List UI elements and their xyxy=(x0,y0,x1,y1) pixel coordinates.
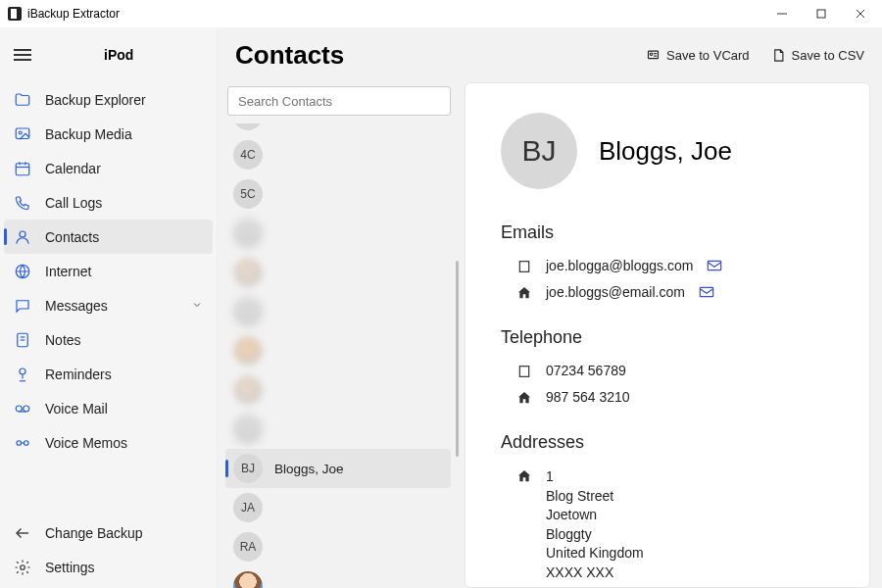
list-item[interactable]: 4C xyxy=(225,135,451,174)
sidebar-item-change-backup[interactable]: Change Backup xyxy=(0,515,217,550)
address-row: 1 Blog Street Joetown Bloggty United Kin… xyxy=(501,463,834,588)
list-item[interactable]: JA xyxy=(225,488,451,527)
sidebar-item-settings[interactable]: Settings xyxy=(0,550,217,584)
avatar-initials: BJ xyxy=(233,454,263,483)
sidebar-item-voice-memos[interactable]: Voice Memos xyxy=(0,425,217,460)
phone-row: 987 564 3210 xyxy=(501,384,834,411)
device-name: iPod xyxy=(104,47,133,63)
addresses-heading: Addresses xyxy=(501,432,834,453)
nav-label: Notes xyxy=(45,332,81,348)
svg-point-19 xyxy=(17,440,22,445)
svg-rect-6 xyxy=(16,163,29,174)
phone-icon xyxy=(14,194,31,212)
mail-icon[interactable] xyxy=(707,259,722,272)
nav-label: Messages xyxy=(45,298,108,314)
building-icon xyxy=(516,364,532,379)
sidebar-item-backup-explorer[interactable]: Backup Explorer xyxy=(0,82,217,117)
save-csv-button[interactable]: Save to CSV xyxy=(771,48,864,63)
globe-icon xyxy=(14,263,31,280)
svg-rect-27 xyxy=(519,262,528,272)
svg-rect-1 xyxy=(817,10,825,18)
contact-avatar: BJ xyxy=(501,113,577,189)
hamburger-icon[interactable] xyxy=(14,49,31,61)
avatar xyxy=(233,258,263,287)
list-item[interactable] xyxy=(225,214,451,253)
window-titlebar: iBackup Extractor xyxy=(0,0,882,27)
close-button[interactable] xyxy=(841,0,880,27)
search-input[interactable] xyxy=(227,86,451,116)
list-item[interactable] xyxy=(225,410,451,449)
list-item[interactable] xyxy=(225,566,451,588)
sidebar-item-voice-mail[interactable]: Voice Mail xyxy=(0,391,217,425)
address-line: 1 xyxy=(546,467,644,487)
home-icon xyxy=(516,468,532,484)
contact-detail-panel: BJ Bloggs, Joe Emails joe.blogga@bloggs.… xyxy=(461,82,882,588)
svg-point-5 xyxy=(19,131,22,134)
svg-rect-33 xyxy=(700,287,712,296)
sidebar-item-notes[interactable]: Notes xyxy=(0,322,217,357)
sidebar-item-calendar[interactable]: Calendar xyxy=(0,151,217,185)
csv-icon xyxy=(771,48,786,63)
action-label: Save to VCard xyxy=(666,48,750,63)
avatar-initials: JC xyxy=(233,123,263,130)
building-icon xyxy=(516,259,532,274)
sidebar-item-reminders[interactable]: Reminders xyxy=(0,357,217,391)
svg-rect-34 xyxy=(519,367,528,377)
gear-icon xyxy=(14,559,31,576)
image-icon xyxy=(14,125,31,143)
list-item[interactable]: 5C xyxy=(225,174,451,214)
sidebar-item-internet[interactable]: Internet xyxy=(0,254,217,288)
svg-point-22 xyxy=(21,564,25,569)
svg-point-17 xyxy=(24,406,29,412)
contact-name: Bloggs, Joe xyxy=(599,136,732,167)
contact-list-name: Bloggs, Joe xyxy=(274,462,344,476)
nav-label: Voice Memos xyxy=(45,435,127,451)
folder-icon xyxy=(14,91,31,109)
sidebar-item-contacts[interactable]: Contacts xyxy=(4,220,213,254)
avatar-initials: RA xyxy=(233,532,263,562)
svg-point-16 xyxy=(16,406,22,412)
emails-heading: Emails xyxy=(501,222,834,243)
nav-label: Calendar xyxy=(45,161,101,176)
message-icon xyxy=(14,297,31,315)
save-vcard-button[interactable]: Save to VCard xyxy=(646,48,750,63)
svg-point-20 xyxy=(24,440,29,445)
avatar xyxy=(233,415,263,444)
sidebar-item-backup-media[interactable]: Backup Media xyxy=(0,117,217,151)
nav-label: Backup Explorer xyxy=(45,92,146,108)
phone-row: 07234 56789 xyxy=(501,358,834,384)
vcard-icon xyxy=(646,48,661,63)
list-item[interactable]: JC xyxy=(225,123,451,135)
scrollbar[interactable] xyxy=(456,261,459,457)
sidebar-item-call-logs[interactable]: Call Logs xyxy=(0,185,217,220)
back-arrow-icon xyxy=(14,524,31,542)
nav-label: Contacts xyxy=(45,229,99,245)
nav-label: Internet xyxy=(45,264,91,279)
avatar xyxy=(233,571,263,588)
reminders-icon xyxy=(14,366,31,383)
address-line: Blog Street xyxy=(546,487,644,507)
app-title: iBackup Extractor xyxy=(27,7,120,21)
list-item-selected[interactable]: BJ Bloggs, Joe xyxy=(225,449,451,488)
maximize-button[interactable] xyxy=(802,0,841,27)
notes-icon xyxy=(14,331,31,349)
avatar xyxy=(233,375,263,405)
list-item[interactable] xyxy=(225,292,451,331)
email-value: joe.blogga@bloggs.com xyxy=(546,258,693,273)
app-icon xyxy=(8,7,22,21)
nav-label: Voice Mail xyxy=(45,401,108,416)
list-item[interactable] xyxy=(225,370,451,410)
nav-label: Change Backup xyxy=(45,525,143,541)
chevron-down-icon xyxy=(191,298,203,314)
mail-icon[interactable] xyxy=(699,285,714,299)
minimize-button[interactable] xyxy=(762,0,802,27)
home-icon xyxy=(516,390,532,406)
list-item[interactable]: RA xyxy=(225,527,451,566)
avatar xyxy=(233,336,263,366)
avatar xyxy=(233,297,263,326)
voice-memos-icon xyxy=(14,434,31,452)
sidebar-item-messages[interactable]: Messages xyxy=(0,288,217,322)
email-row: joe.bloggs@email.com xyxy=(501,279,834,306)
list-item[interactable] xyxy=(225,253,451,292)
list-item[interactable] xyxy=(225,331,451,370)
